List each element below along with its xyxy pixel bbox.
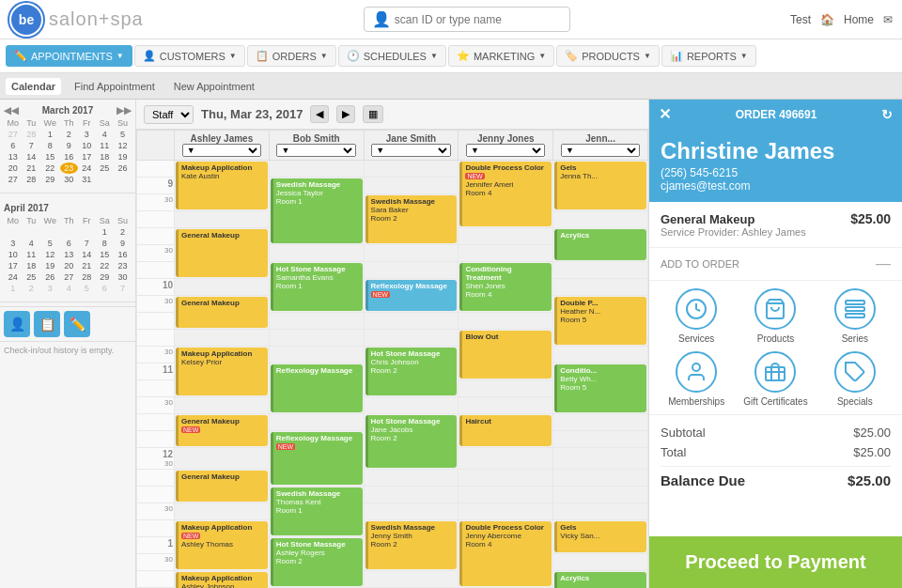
reports-nav[interactable]: 📊 REPORTS ▼ — [661, 45, 756, 67]
appointment-cell[interactable]: Hot Stone MassageChris JohnsonRoom 2 — [364, 347, 459, 397]
empty-cell[interactable] — [459, 397, 553, 414]
appointment-block[interactable]: GelsVicky San... — [554, 521, 646, 552]
scan-input[interactable] — [395, 13, 562, 26]
empty-cell[interactable] — [459, 448, 553, 470]
empty-cell[interactable] — [553, 414, 648, 431]
appointment-block[interactable]: Hot Stone MassageSamantha EvansRoom 1 — [271, 263, 363, 311]
appointment-block[interactable]: Reflexology Massage — [271, 364, 363, 412]
prev-day-btn[interactable]: ◀ — [310, 105, 329, 123]
appointment-cell[interactable]: Hot Stone MassageAshley RogersRoom 2 — [269, 537, 364, 588]
empty-cell[interactable] — [269, 161, 364, 178]
appointment-block[interactable]: GelsJenna Th... — [554, 162, 646, 209]
next-day-btn[interactable]: ▶ — [336, 105, 355, 123]
empty-cell[interactable] — [364, 178, 459, 194]
tab-find-appointment[interactable]: Find Appointment — [69, 78, 161, 95]
appointment-cell[interactable]: General Makeup — [175, 470, 270, 503]
appointment-cell[interactable]: Reflexology MassageNEW — [364, 279, 459, 313]
appointment-block[interactable]: Acrylics — [554, 572, 646, 588]
empty-cell[interactable] — [269, 347, 364, 364]
appointment-block[interactable]: Makeup ApplicationAshley Johnson — [176, 572, 268, 588]
appointment-cell[interactable]: Makeup ApplicationNEWAshley Thomas — [175, 520, 270, 571]
appointment-block[interactable]: General Makeup — [176, 297, 268, 328]
appointment-block[interactable]: Reflexology MassageNEW — [365, 280, 458, 311]
appointment-block[interactable]: General Makeup — [176, 471, 268, 502]
empty-cell[interactable] — [553, 554, 648, 571]
empty-cell[interactable] — [364, 245, 459, 262]
empty-cell[interactable] — [269, 313, 364, 330]
empty-cell[interactable] — [553, 431, 648, 448]
empty-cell[interactable] — [553, 503, 648, 520]
appointment-cell[interactable]: Hot Stone MassageSamantha EvansRoom 1 — [269, 262, 364, 313]
proceed-to-payment-btn[interactable]: Proceed to Payment — [649, 536, 902, 588]
appointment-block[interactable]: General Makeup — [176, 229, 268, 277]
empty-cell[interactable] — [364, 330, 459, 347]
series-icon-btn[interactable]: Series — [819, 288, 891, 344]
appointment-block[interactable]: Acrylics — [554, 229, 646, 260]
empty-cell[interactable] — [553, 487, 648, 503]
services-icon-btn[interactable]: Services — [661, 288, 732, 344]
marketing-nav[interactable]: ⭐ MARKETING ▼ — [448, 45, 554, 67]
appointment-block[interactable]: Conditio...Betty Wh...Room 5 — [554, 364, 646, 412]
appointment-block[interactable]: Hot Stone MassageJane JacobsRoom 2 — [365, 415, 458, 468]
empty-cell[interactable] — [553, 470, 648, 487]
memberships-icon-btn[interactable]: Memberships — [661, 351, 732, 407]
appointment-cell[interactable]: Double Process ColorJenny AbercomeRoom 4 — [459, 520, 553, 588]
empty-cell[interactable] — [364, 470, 459, 487]
orders-nav[interactable]: 📋 ORDERS ▼ — [247, 45, 336, 67]
appointment-cell[interactable]: Reflexology MassageNEW — [269, 431, 364, 487]
appointment-block[interactable]: Swedish MassageJessica TaylorRoom 1 — [271, 178, 363, 243]
appointment-cell[interactable]: GelsVicky San... — [553, 520, 648, 554]
appointment-block[interactable]: Swedish MassageSara BakerRoom 2 — [365, 195, 458, 243]
staff-select[interactable]: Staff — [144, 105, 194, 124]
appointment-block[interactable]: Makeup ApplicationNEWAshley Thomas — [176, 521, 268, 569]
specials-icon-btn[interactable]: Specials — [819, 351, 891, 407]
grid-view-btn[interactable]: ▦ — [363, 105, 383, 123]
empty-cell[interactable] — [459, 313, 553, 330]
appointment-cell[interactable]: GelsJenna Th... — [553, 161, 648, 211]
empty-cell[interactable] — [175, 397, 270, 414]
appointment-cell[interactable]: Double Process ColorNEWJennifer AmeriRoo… — [459, 161, 553, 228]
appointment-block[interactable]: Hot Stone MassageChris JohnsonRoom 2 — [365, 348, 458, 395]
empty-cell[interactable] — [459, 245, 553, 262]
appointment-cell[interactable]: Blow Out — [459, 330, 553, 380]
empty-cell[interactable] — [269, 245, 364, 262]
empty-cell[interactable] — [269, 414, 364, 431]
schedules-nav[interactable]: 🕐 SCHEDULES ▼ — [338, 45, 446, 67]
appointment-block[interactable]: Reflexology MassageNEW — [271, 432, 363, 485]
empty-cell[interactable] — [269, 330, 364, 347]
empty-cell[interactable] — [459, 470, 553, 487]
home-link[interactable]: Home — [844, 13, 874, 26]
appointment-block[interactable]: Double Process ColorJenny AbercomeRoom 4 — [459, 521, 552, 586]
appointment-cell[interactable]: Makeup ApplicationAshley Johnson — [175, 571, 270, 589]
appointment-cell[interactable]: Swedish MassageJessica TaylorRoom 1 — [269, 178, 364, 245]
appointment-block[interactable]: Haircut — [459, 415, 552, 446]
empty-cell[interactable] — [364, 487, 459, 503]
empty-cell[interactable] — [553, 347, 648, 364]
appointment-cell[interactable]: Double P...Heather N...Room 5 — [553, 296, 648, 347]
panel-close-btn[interactable]: ✕ — [659, 105, 671, 123]
empty-cell[interactable] — [459, 487, 553, 503]
appointment-cell[interactable]: Swedish MassageThomas KentRoom 1 — [269, 487, 364, 537]
empty-cell[interactable] — [459, 503, 553, 520]
appointment-block[interactable]: General MakeupNEW — [176, 415, 268, 446]
edit-btn[interactable]: ✏️ — [64, 311, 90, 337]
empty-cell[interactable] — [364, 571, 459, 588]
empty-cell[interactable] — [364, 397, 459, 414]
empty-cell[interactable] — [364, 503, 459, 520]
empty-cell[interactable] — [553, 211, 648, 228]
empty-cell[interactable] — [364, 313, 459, 330]
appointment-block[interactable]: Makeup ApplicationKate Austin — [176, 162, 268, 209]
empty-cell[interactable] — [364, 262, 459, 279]
appointment-block[interactable]: Double P...Heather N...Room 5 — [554, 297, 646, 345]
customers-nav[interactable]: 👤 CUSTOMERS ▼ — [134, 45, 245, 67]
add-to-order-section[interactable]: ADD TO ORDER — — [649, 248, 902, 281]
appointment-cell[interactable]: General Makeup — [175, 228, 270, 279]
appointment-cell[interactable]: Makeup ApplicationKelsey Prior — [175, 347, 270, 397]
appointment-cell[interactable]: Haircut — [459, 414, 553, 448]
panel-refresh-btn[interactable]: ↻ — [881, 107, 893, 122]
empty-cell[interactable] — [553, 279, 648, 296]
empty-cell[interactable] — [175, 330, 270, 347]
gift-certificates-icon-btn[interactable]: Gift Certificates — [739, 351, 811, 407]
appointment-block[interactable]: Makeup ApplicationKelsey Prior — [176, 348, 268, 395]
appointment-cell[interactable]: General Makeup — [175, 296, 270, 330]
